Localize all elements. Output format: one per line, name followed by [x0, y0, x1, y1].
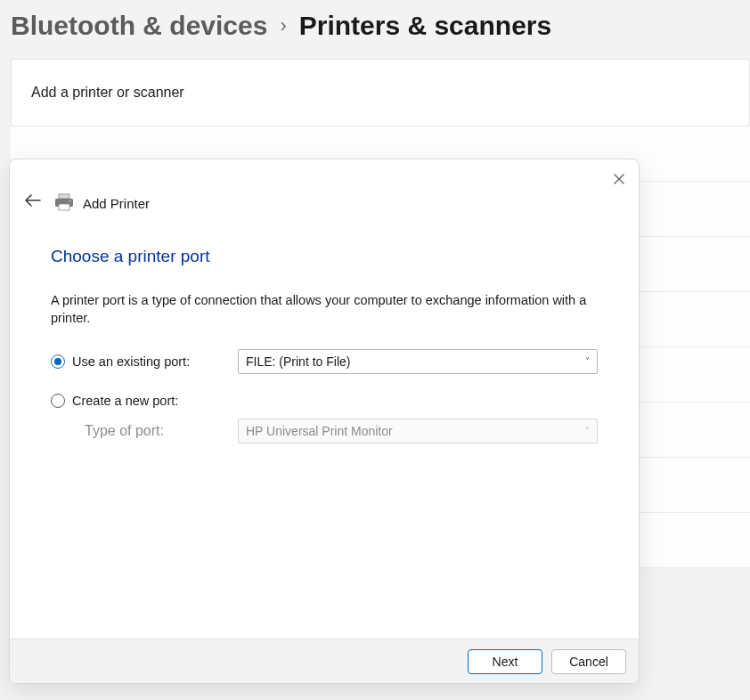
breadcrumb-current: Printers & scanners	[299, 11, 551, 41]
wizard-footer: Next Cancel	[10, 639, 639, 683]
radio-dot-icon	[54, 358, 61, 365]
existing-port-radio[interactable]	[51, 354, 65, 369]
chevron-down-icon: ˅	[585, 426, 590, 435]
wizard-title: Add Printer	[83, 196, 150, 211]
chevron-down-icon: ˅	[585, 356, 590, 366]
svg-rect-0	[59, 194, 69, 199]
port-type-label: Type of port:	[85, 423, 164, 439]
svg-point-3	[69, 200, 71, 202]
existing-port-label[interactable]: Use an existing port:	[72, 354, 190, 369]
section-heading: Add a printer or scanner	[31, 85, 184, 100]
new-port-radio[interactable]	[51, 394, 65, 408]
port-type-label-col: Type of port:	[51, 423, 238, 439]
next-button[interactable]: Next	[468, 649, 542, 674]
new-port-label[interactable]: Create a new port:	[72, 394, 178, 408]
new-port-radio-group: Create a new port:	[51, 394, 238, 408]
port-type-row: Type of port: HP Universal Print Monitor…	[51, 419, 598, 444]
port-type-select: HP Universal Print Monitor ˅	[238, 419, 598, 444]
breadcrumb-parent-link[interactable]: Bluetooth & devices	[11, 11, 267, 41]
add-printer-wizard: Add Printer Choose a printer port A prin…	[9, 159, 640, 684]
add-printer-section: Add a printer or scanner	[11, 59, 750, 126]
existing-port-value: FILE: (Print to File)	[246, 354, 350, 369]
printer-icon	[54, 193, 74, 211]
chevron-right-icon: ›	[280, 14, 286, 37]
port-type-value: HP Universal Print Monitor	[246, 424, 393, 438]
wizard-description: A printer port is a type of connection t…	[51, 291, 598, 328]
wizard-heading: Choose a printer port	[51, 247, 598, 266]
breadcrumb: Bluetooth & devices › Printers & scanner…	[0, 0, 750, 59]
existing-port-radio-group: Use an existing port:	[51, 354, 238, 369]
wizard-header: Add Printer	[10, 159, 639, 211]
new-port-row: Create a new port:	[51, 394, 598, 408]
close-icon[interactable]	[610, 170, 628, 188]
existing-port-select[interactable]: FILE: (Print to File) ˅	[238, 349, 598, 374]
back-arrow-icon[interactable]	[22, 190, 44, 211]
existing-port-row: Use an existing port: FILE: (Print to Fi…	[51, 349, 598, 374]
svg-rect-2	[59, 204, 69, 210]
cancel-button[interactable]: Cancel	[551, 649, 626, 674]
wizard-body: Choose a printer port A printer port is …	[10, 211, 639, 639]
